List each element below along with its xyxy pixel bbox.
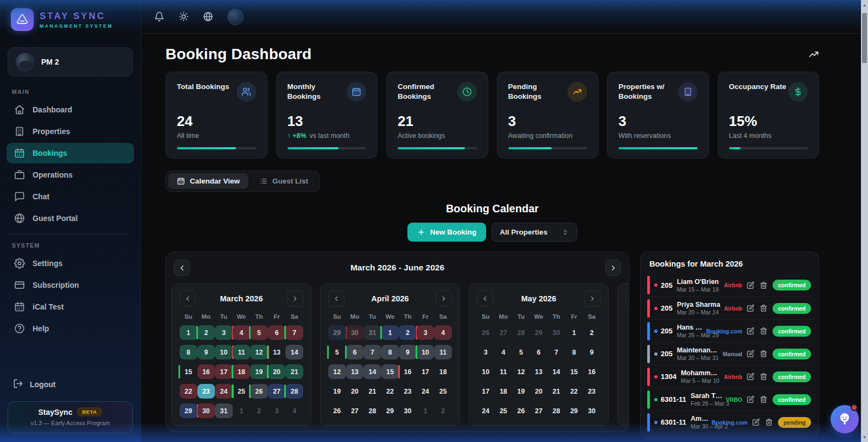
tab-calendar-view[interactable]: Calendar View [168,173,248,189]
calendar-day[interactable]: 7 [547,345,565,359]
calendar-day[interactable]: 6 [268,325,286,340]
calendar-day[interactable]: 26 [512,403,530,418]
calendar-day[interactable]: 16 [583,364,601,379]
topbar-avatar[interactable] [227,9,244,25]
delete-booking-icon[interactable] [765,418,773,426]
calendar-day[interactable]: 5 [512,345,530,359]
calendar-day[interactable]: 30 [547,325,565,340]
calendar-day[interactable]: 16 [197,364,215,379]
page-scrollbar[interactable]: ▲ ▼ [861,0,868,442]
calendar-day[interactable]: 29 [565,403,583,418]
calendar-day[interactable]: 10 [477,364,495,379]
booking-row[interactable]: 205Priya SharmaMar 20 – Mar 24Airbnbconf… [647,296,812,319]
booking-row[interactable]: 205Maintenance - A/C S...Mar 30 – Mar 31… [647,342,812,365]
edit-booking-icon[interactable] [746,281,755,289]
calendar-day[interactable]: 7 [285,325,303,340]
calendar-day[interactable]: 28 [363,403,381,418]
calendar-day[interactable]: 12 [512,364,530,379]
calendar-day[interactable]: 19 [250,364,268,379]
support-chat-button[interactable] [831,405,859,433]
calendar-day[interactable]: 9 [197,345,215,359]
sidebar-item-ical-test[interactable]: iCal Test [7,296,134,317]
calendar-day[interactable]: 7 [363,345,381,359]
sidebar-item-settings[interactable]: Settings [7,253,134,274]
calendar-day[interactable]: 27 [346,403,364,418]
edit-booking-icon[interactable] [746,350,755,358]
calendar-day[interactable]: 28 [547,403,565,418]
sidebar-item-help[interactable]: Help [7,318,134,339]
new-booking-button[interactable]: New Booking [407,223,487,242]
calendar-day[interactable]: 20 [346,384,364,399]
calendar-day[interactable]: 10 [417,345,435,359]
calendar-day[interactable]: 3 [417,325,435,340]
calendar-day[interactable]: 1 [233,403,251,418]
calendar-day[interactable]: 21 [547,384,565,399]
booking-row[interactable]: 205Hans MuellerMar 26 – Mar 29Booking.co… [647,319,812,342]
calendar-day[interactable]: 29 [530,325,548,340]
calendar-day[interactable]: 14 [363,364,381,379]
calendar-day[interactable]: 28 [285,384,303,399]
calendar-day[interactable]: 2 [434,403,452,418]
calendar-day[interactable]: 30 [346,325,364,340]
calendar-day[interactable]: 14 [285,345,303,359]
calendar-day[interactable]: 20 [530,384,548,399]
calendar-day[interactable]: 23 [197,384,215,399]
scrollbar-thumb[interactable] [862,13,867,63]
scroll-down-arrow-icon[interactable]: ▼ [861,433,868,441]
booking-row[interactable]: 205Liam O'BrienMar 15 – Mar 18Airbnbconf… [647,274,812,296]
delete-booking-icon[interactable] [760,327,768,335]
calendar-day[interactable]: 8 [381,345,399,359]
calendar-day[interactable]: 12 [328,364,346,379]
delete-booking-icon[interactable] [760,281,768,289]
edit-booking-icon[interactable] [752,418,760,426]
delete-booking-icon[interactable] [760,350,768,358]
calendar-day[interactable]: 24 [215,384,233,399]
edit-booking-icon[interactable] [746,304,755,312]
calendar-day[interactable]: 23 [399,384,417,399]
calendar-day[interactable]: 8 [180,345,197,359]
calendar-day[interactable]: 10 [215,345,233,359]
range-prev-button[interactable] [174,260,190,276]
user-card[interactable]: PM 2 [8,47,133,77]
month-prev-button[interactable] [180,291,196,307]
calendar-day[interactable]: 30 [197,403,215,418]
calendar-day[interactable]: 18 [495,384,513,399]
calendar-day[interactable]: 20 [268,364,286,379]
edit-booking-icon[interactable] [746,372,755,381]
calendar-day[interactable]: 9 [399,345,417,359]
booking-row[interactable]: 1304Mohammed Al-FarsiMar 5 – Mar 10Airbn… [647,365,812,388]
calendar-day[interactable]: 6 [346,345,364,359]
calendar-day[interactable]: 5 [250,325,268,340]
scroll-up-arrow-icon[interactable]: ▲ [861,1,868,9]
calendar-day[interactable]: 3 [477,345,495,359]
range-next-button[interactable] [605,260,621,276]
calendar-day[interactable]: 15 [565,364,583,379]
month-prev-button[interactable] [328,291,344,307]
calendar-day[interactable]: 2 [583,325,601,340]
calendar-day[interactable]: 31 [363,325,381,340]
calendar-day[interactable]: 31 [215,403,233,418]
calendar-day[interactable]: 17 [417,364,435,379]
calendar-day[interactable]: 12 [250,345,268,359]
calendar-day[interactable]: 30 [583,403,601,418]
tab-guest-list[interactable]: Guest List [251,173,317,189]
calendar-day[interactable]: 23 [583,384,601,399]
edit-booking-icon[interactable] [746,327,755,335]
property-filter-select[interactable]: All Properties [492,223,577,242]
calendar-day[interactable]: 24 [417,384,435,399]
calendar-day[interactable]: 30 [399,403,417,418]
calendar-day[interactable]: 13 [346,364,364,379]
calendar-day[interactable]: 1 [565,325,583,340]
calendar-day[interactable]: 2 [250,403,268,418]
bell-icon[interactable] [154,11,164,22]
calendar-day[interactable]: 9 [583,345,601,359]
calendar-day[interactable]: 24 [477,403,495,418]
calendar-day[interactable]: 11 [495,364,513,379]
month-prev-button[interactable] [626,291,629,307]
calendar-day[interactable]: 25 [233,384,251,399]
calendar-day[interactable]: 4 [233,325,251,340]
calendar-day[interactable]: 1 [381,325,399,340]
calendar-day[interactable]: 28 [512,325,530,340]
sun-icon[interactable] [178,11,189,22]
calendar-day[interactable]: 29 [180,403,197,418]
